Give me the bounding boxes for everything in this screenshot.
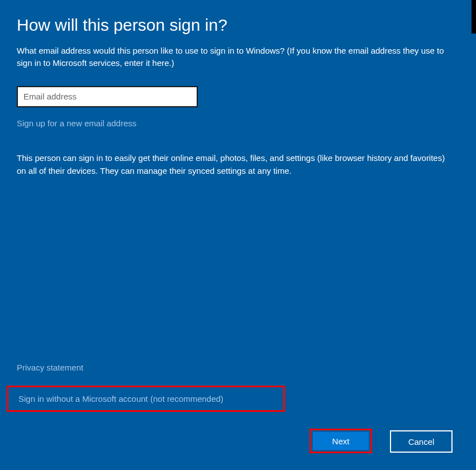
sync-info-text: This person can sign in to easily get th…	[17, 151, 455, 178]
highlight-box-signin-without: Sign in without a Microsoft account (not…	[7, 386, 285, 412]
signin-without-microsoft-link[interactable]: Sign in without a Microsoft account (not…	[11, 393, 223, 405]
signup-new-email-link[interactable]: Sign up for a new email address	[17, 117, 455, 129]
dialog-description: What email address would this person lik…	[17, 45, 455, 69]
signin-dialog: How will this person sign in? What email…	[0, 0, 472, 470]
privacy-statement-link[interactable]: Privacy statement	[17, 362, 83, 373]
bottom-area: Privacy statement Sign in without a Micr…	[17, 362, 455, 453]
highlight-box-next: Next	[310, 429, 372, 453]
next-button[interactable]: Next	[313, 432, 369, 450]
scrollbar[interactable]	[472, 0, 476, 34]
dialog-title: How will this person sign in?	[17, 16, 455, 35]
email-input[interactable]	[17, 86, 198, 107]
button-row: Next Cancel	[17, 429, 455, 453]
cancel-button[interactable]: Cancel	[390, 430, 453, 453]
